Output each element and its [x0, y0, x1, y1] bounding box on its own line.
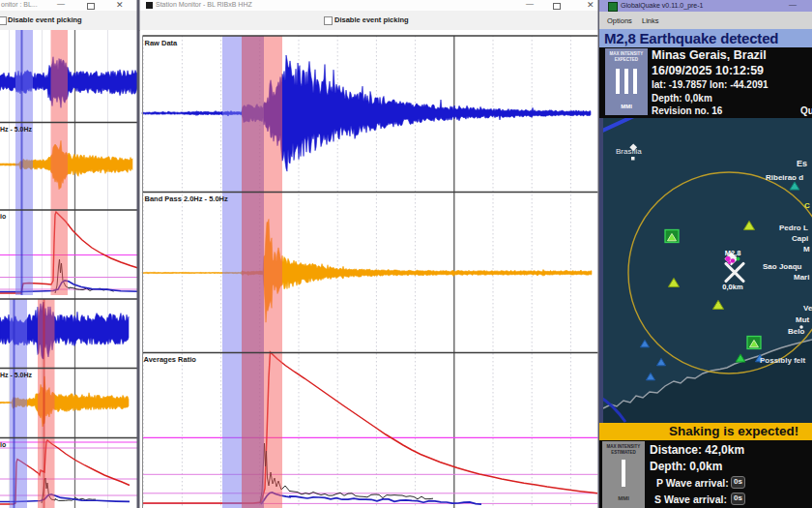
svg-text:Pedro L: Pedro L — [779, 224, 808, 232]
svg-text:Hz - 5.0Hz: Hz - 5.0Hz — [0, 372, 33, 378]
svg-text:io: io — [0, 441, 6, 448]
svg-text:C: C — [804, 201, 810, 210]
svg-text:Ribeirao d: Ribeirao d — [766, 173, 803, 182]
svg-text:Brasília: Brasília — [616, 147, 642, 156]
svg-text:Hz - 5.0Hz: Hz - 5.0Hz — [0, 126, 33, 133]
svg-text:M2,8: M2,8 — [725, 249, 741, 257]
svg-text:Band Pass 2.0Hz - 5.0Hz: Band Pass 2.0Hz - 5.0Hz — [145, 194, 229, 203]
svg-text:Capi: Capi — [792, 234, 808, 243]
svg-text:0,0km: 0,0km — [722, 283, 743, 291]
svg-text:Mut: Mut — [796, 315, 810, 324]
svg-text:Ve: Ve — [803, 304, 812, 313]
svg-text:Sao Joaqu: Sao Joaqu — [763, 262, 802, 271]
svg-text:Raw Data: Raw Data — [145, 39, 179, 47]
svg-text:Mari: Mari — [794, 273, 809, 282]
svg-text:Es: Es — [797, 159, 807, 168]
svg-text:Averages Ratio: Averages Ratio — [144, 355, 197, 364]
svg-text:Possibly felt: Possibly felt — [760, 356, 805, 365]
svg-text:io: io — [0, 213, 6, 220]
svg-text:M: M — [803, 245, 810, 254]
